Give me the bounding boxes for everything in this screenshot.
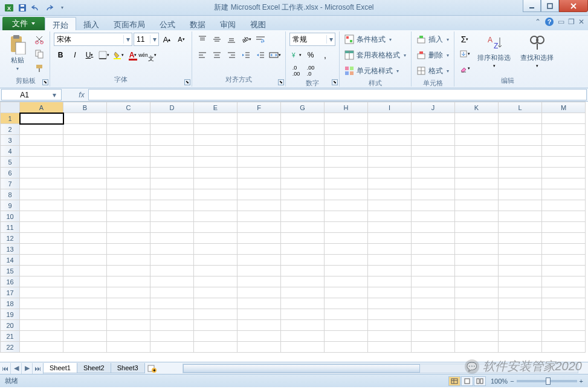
row-header[interactable]: 7 <box>1 178 20 189</box>
close-button[interactable] <box>559 0 588 12</box>
row-header[interactable]: 22 <box>1 342 20 353</box>
cell[interactable] <box>63 157 107 168</box>
delete-cells-button[interactable]: 删除 <box>415 48 450 62</box>
cell[interactable] <box>499 211 542 222</box>
row-header[interactable]: 18 <box>1 298 20 309</box>
cell[interactable] <box>237 157 281 168</box>
cell[interactable] <box>412 309 455 320</box>
cell[interactable] <box>63 309 107 320</box>
cell[interactable] <box>63 298 107 309</box>
cell[interactable] <box>20 146 63 157</box>
cell[interactable] <box>150 276 194 287</box>
cell[interactable] <box>499 124 542 135</box>
cell[interactable] <box>325 255 368 266</box>
cell[interactable] <box>150 211 194 222</box>
number-format-combo[interactable]: 常规▾ <box>289 33 335 46</box>
cell[interactable] <box>237 309 281 320</box>
cell[interactable] <box>20 320 63 331</box>
cell[interactable] <box>412 200 455 211</box>
row-header[interactable]: 13 <box>1 244 20 255</box>
maximize-button[interactable] <box>541 0 559 12</box>
decrease-font-button[interactable]: A▾ <box>175 33 188 46</box>
cell[interactable] <box>150 320 194 331</box>
cell[interactable] <box>412 146 455 157</box>
cell[interactable] <box>499 168 542 178</box>
cell[interactable] <box>542 189 586 200</box>
font-name-combo[interactable]: 宋体▾ <box>54 33 132 46</box>
zoom-value[interactable]: 100% <box>491 378 508 385</box>
cell[interactable] <box>499 135 542 146</box>
cell[interactable] <box>194 222 237 233</box>
cell[interactable] <box>325 178 368 189</box>
cell[interactable] <box>412 189 455 200</box>
cell[interactable] <box>63 233 107 244</box>
row-header[interactable]: 10 <box>1 211 20 222</box>
cell[interactable] <box>237 244 281 255</box>
cell[interactable] <box>325 124 368 135</box>
cell[interactable] <box>542 211 586 222</box>
cell[interactable] <box>20 200 63 211</box>
cell[interactable] <box>368 200 412 211</box>
cell[interactable] <box>499 233 542 244</box>
comma-button[interactable]: , <box>318 48 332 62</box>
cell[interactable] <box>455 320 499 331</box>
column-header[interactable]: I <box>368 102 412 113</box>
cell[interactable] <box>499 157 542 168</box>
row-header[interactable]: 5 <box>1 157 20 168</box>
cell[interactable] <box>412 168 455 178</box>
font-launcher[interactable]: ⬊ <box>184 79 190 85</box>
cell[interactable] <box>63 222 107 233</box>
cell[interactable] <box>455 178 499 189</box>
cell[interactable] <box>150 113 194 124</box>
cell[interactable] <box>542 146 586 157</box>
increase-font-button[interactable]: A▴ <box>160 33 173 46</box>
cell-styles-button[interactable]: 单元格样式 <box>343 64 400 77</box>
cell[interactable] <box>194 309 237 320</box>
cell[interactable] <box>412 222 455 233</box>
cell[interactable] <box>63 113 107 124</box>
column-header[interactable]: A <box>20 102 63 113</box>
cell[interactable] <box>150 255 194 266</box>
cell[interactable] <box>499 287 542 298</box>
align-center-button[interactable] <box>210 48 224 62</box>
column-header[interactable]: M <box>542 102 586 113</box>
format-cells-button[interactable]: 格式 <box>415 64 450 77</box>
alignment-launcher[interactable]: ⬊ <box>278 79 284 85</box>
name-box[interactable]: ▾ <box>1 89 62 100</box>
cell[interactable] <box>20 255 63 266</box>
cell[interactable] <box>281 309 325 320</box>
cell[interactable] <box>194 157 237 168</box>
cell[interactable] <box>20 168 63 178</box>
cell[interactable] <box>150 189 194 200</box>
minimize-button[interactable] <box>523 0 541 12</box>
cell[interactable] <box>455 342 499 353</box>
cell[interactable] <box>542 124 586 135</box>
number-launcher[interactable]: ⬊ <box>332 79 338 85</box>
cell[interactable] <box>107 113 150 124</box>
cell[interactable] <box>63 168 107 178</box>
cell[interactable] <box>542 157 586 168</box>
cell[interactable] <box>20 113 63 124</box>
cell[interactable] <box>194 135 237 146</box>
cell[interactable] <box>455 287 499 298</box>
cell[interactable] <box>455 298 499 309</box>
cell[interactable] <box>237 189 281 200</box>
cell[interactable] <box>237 233 281 244</box>
cell[interactable] <box>194 168 237 178</box>
tab-insert[interactable]: 插入 <box>76 17 106 30</box>
cell[interactable] <box>281 244 325 255</box>
decrease-decimal-button[interactable]: .00.0 <box>304 64 317 77</box>
page-break-view-button[interactable] <box>474 376 486 386</box>
cell[interactable] <box>368 276 412 287</box>
cell[interactable] <box>499 222 542 233</box>
clipboard-launcher[interactable]: ⬊ <box>42 79 48 85</box>
cell[interactable] <box>499 200 542 211</box>
cell[interactable] <box>368 342 412 353</box>
cell[interactable] <box>325 298 368 309</box>
cell[interactable] <box>107 124 150 135</box>
cell[interactable] <box>150 287 194 298</box>
cell[interactable] <box>63 178 107 189</box>
row-header[interactable]: 14 <box>1 255 20 266</box>
cell[interactable] <box>368 320 412 331</box>
cell[interactable] <box>63 342 107 353</box>
